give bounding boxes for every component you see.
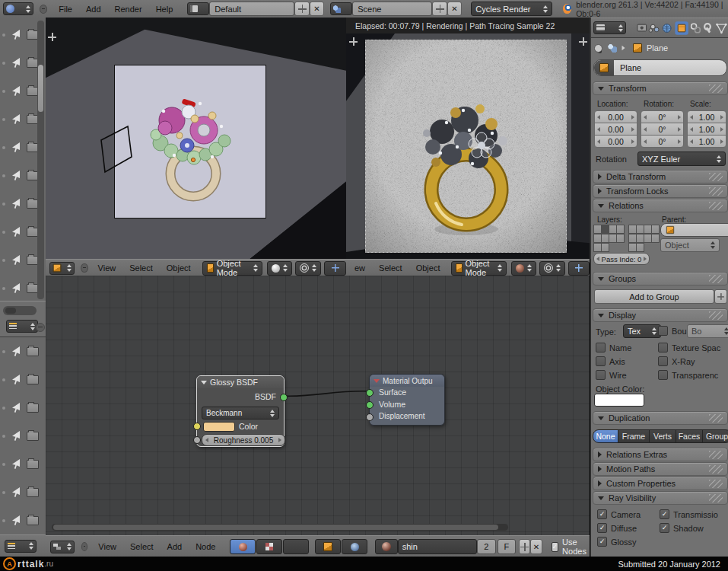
- wire-checkbox[interactable]: [596, 370, 606, 380]
- roughness-input-socket[interactable]: [193, 436, 201, 444]
- material-unlink-button[interactable]: ✕: [530, 539, 542, 554]
- cursor-icon[interactable]: [12, 403, 20, 413]
- location-fields[interactable]: 0.00 0.00 0.00: [594, 110, 637, 148]
- cursor-icon[interactable]: [12, 171, 20, 180]
- distribution-dropdown[interactable]: Beckmann: [202, 407, 279, 419]
- menu-view[interactable]: View: [91, 542, 123, 551]
- screen-layout-field[interactable]: Default: [209, 2, 294, 16]
- folder-icon[interactable]: [27, 488, 39, 497]
- cursor-icon[interactable]: [12, 255, 20, 265]
- tab-scene[interactable]: [649, 24, 659, 32]
- panel-transform-header[interactable]: Transform: [593, 81, 728, 95]
- dup-none-button[interactable]: None: [593, 429, 618, 443]
- menu-help[interactable]: Help: [149, 5, 180, 14]
- users-count-button[interactable]: 2: [477, 539, 496, 554]
- xray-checkbox[interactable]: [658, 356, 668, 366]
- ray-camera-checkbox[interactable]: [597, 509, 607, 519]
- screen-layout-icon-button[interactable]: [187, 2, 209, 15]
- add-to-group-button[interactable]: Add to Group: [594, 289, 714, 304]
- menu-node[interactable]: Node: [189, 542, 222, 551]
- menu-add[interactable]: Add: [161, 542, 189, 551]
- editor-type-button[interactable]: [593, 21, 626, 34]
- panel-ray-visibility[interactable]: Ray Visibility: [593, 491, 728, 505]
- plane-object-outline[interactable]: [97, 120, 135, 177]
- dup-verts-button[interactable]: Verts: [649, 429, 676, 443]
- parent-type-dropdown[interactable]: Object: [660, 238, 720, 252]
- bsdf-output-socket[interactable]: [280, 394, 288, 401]
- tree-type-compositing-button[interactable]: [283, 539, 309, 554]
- use-nodes-checkbox[interactable]: [552, 542, 559, 552]
- menu-render[interactable]: Render: [108, 5, 149, 14]
- viewport-shading-dropdown[interactable]: [511, 261, 536, 276]
- layer-cell[interactable]: [636, 243, 644, 252]
- display-type-dropdown[interactable]: Tex: [623, 324, 661, 338]
- cursor-icon[interactable]: [12, 30, 20, 40]
- left-strip-scrollbar[interactable]: [37, 21, 44, 299]
- shader-object-button[interactable]: [315, 539, 341, 554]
- editor-type-button[interactable]: [3, 2, 33, 15]
- layer-cell[interactable]: [616, 225, 625, 234]
- object-color-swatch[interactable]: [594, 394, 644, 407]
- menu-object[interactable]: Object: [409, 263, 447, 273]
- rotation-fields[interactable]: 0° 0° 0°: [641, 110, 684, 148]
- folder-icon[interactable]: [27, 460, 39, 469]
- panel-relations[interactable]: Relations: [593, 199, 728, 212]
- cursor-icon[interactable]: [12, 114, 20, 124]
- cursor-icon[interactable]: [12, 58, 20, 68]
- collapse-icon[interactable]: [374, 379, 380, 383]
- tab-render[interactable]: [637, 24, 647, 31]
- cursor-icon[interactable]: [12, 227, 20, 237]
- scene-icon-button[interactable]: [330, 2, 352, 15]
- add-group-plus-button[interactable]: [714, 289, 727, 304]
- menu-select[interactable]: Select: [123, 542, 161, 551]
- panel-groups[interactable]: Groups: [593, 272, 728, 286]
- ray-glossy-checkbox[interactable]: [597, 537, 607, 547]
- dup-group-button[interactable]: Group: [702, 429, 728, 443]
- ray-diffuse-checkbox[interactable]: [597, 523, 607, 533]
- panel-duplication[interactable]: Duplication: [593, 411, 728, 425]
- folder-icon[interactable]: [27, 375, 39, 384]
- transparency-checkbox[interactable]: [658, 370, 668, 380]
- menu-file[interactable]: File: [52, 5, 79, 14]
- bounds-type-dropdown[interactable]: Bo: [687, 324, 728, 338]
- collapse-menus-icon[interactable]: [81, 263, 87, 273]
- editor-type-button[interactable]: [49, 262, 75, 275]
- bounds-toggle[interactable]: Bou: [658, 326, 687, 336]
- color-input-socket[interactable]: [193, 423, 201, 430]
- cursor-icon[interactable]: [12, 346, 20, 356]
- cursor-icon[interactable]: [12, 515, 20, 525]
- outliner-editor-button-2[interactable]: [5, 540, 37, 553]
- panel-motion-paths[interactable]: Motion Paths: [593, 462, 728, 476]
- menu-view[interactable]: View: [91, 263, 123, 273]
- panel-delta-transform[interactable]: Delta Transform: [593, 170, 728, 183]
- editor-type-button[interactable]: [50, 541, 75, 553]
- surface-input-socket[interactable]: [366, 389, 374, 397]
- cursor-icon[interactable]: [12, 283, 20, 293]
- collapse-icon[interactable]: [201, 381, 207, 384]
- panel-transform-locks[interactable]: Transform Locks: [593, 184, 728, 198]
- manipulator-button[interactable]: [568, 261, 590, 276]
- collapse-icon[interactable]: [36, 323, 45, 332]
- folder-icon[interactable]: [27, 404, 39, 413]
- scene-field[interactable]: Scene: [352, 2, 432, 16]
- layout-add-button[interactable]: [294, 2, 310, 16]
- outliner-editor-button[interactable]: [6, 320, 38, 333]
- material-preview-button[interactable]: [375, 539, 397, 554]
- name-checkbox[interactable]: [596, 343, 606, 352]
- tab-data[interactable]: [716, 23, 726, 33]
- layer-cell[interactable]: [601, 243, 609, 252]
- node-header[interactable]: Material Outpu: [370, 375, 444, 387]
- cursor-icon[interactable]: [12, 142, 20, 152]
- bounds-checkbox[interactable]: [658, 326, 668, 336]
- node-glossy-bsdf[interactable]: Glossy BSDF BSDF Beckmann Color Roughnes…: [196, 375, 285, 447]
- fake-user-button[interactable]: F: [498, 539, 517, 554]
- viewport-3d[interactable]: [46, 18, 347, 259]
- pivot-dropdown[interactable]: [539, 261, 565, 276]
- node-header[interactable]: Glossy BSDF: [197, 376, 284, 388]
- ray-shadow-checkbox[interactable]: [660, 523, 669, 533]
- tree-type-texture-button[interactable]: [256, 539, 282, 554]
- cursor-icon[interactable]: [12, 459, 20, 469]
- scene-delete-button[interactable]: ✕: [447, 2, 463, 16]
- object-name-field[interactable]: Plane: [593, 59, 727, 76]
- node-editor-hscrollbar[interactable]: [52, 524, 508, 531]
